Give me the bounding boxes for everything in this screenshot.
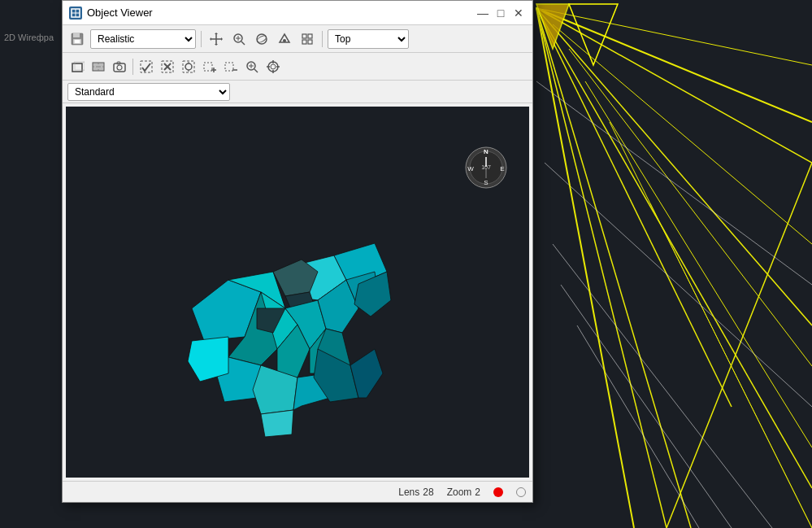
svg-line-2 bbox=[536, 8, 691, 528]
toolbar-separator-1 bbox=[201, 31, 202, 47]
minimize-button[interactable]: — bbox=[475, 6, 490, 20]
standard-row: Standard bbox=[63, 81, 532, 103]
svg-line-12 bbox=[561, 285, 732, 528]
zoom-realtime-button[interactable] bbox=[229, 29, 249, 49]
box-icon bbox=[70, 59, 85, 74]
svg-rect-58 bbox=[204, 63, 212, 71]
zoom-to-fit-button[interactable] bbox=[242, 57, 262, 76]
lens-label: Lens bbox=[398, 487, 419, 498]
svg-line-10 bbox=[545, 163, 812, 407]
svg-rect-36 bbox=[308, 34, 312, 38]
pan-button[interactable] bbox=[206, 29, 226, 49]
svg-text:W: W bbox=[467, 165, 474, 172]
svg-rect-35 bbox=[302, 34, 306, 38]
camera-icon bbox=[112, 59, 127, 74]
zoom-icon bbox=[245, 59, 259, 74]
title-controls: — □ ✕ bbox=[475, 6, 526, 20]
crossout-icon bbox=[181, 59, 196, 74]
svg-point-68 bbox=[271, 64, 276, 69]
svg-line-13 bbox=[577, 325, 699, 528]
status-bar: Lens 28 Zoom 2 bbox=[63, 481, 532, 502]
lens-value: 28 bbox=[423, 487, 433, 498]
pan-icon bbox=[210, 33, 223, 46]
orbit-icon bbox=[255, 33, 268, 46]
svg-text:S: S bbox=[484, 179, 488, 186]
toolbar-separator-2 bbox=[322, 31, 323, 47]
deselect-button[interactable] bbox=[158, 57, 177, 76]
svg-line-9 bbox=[536, 81, 812, 285]
record-active-dot bbox=[493, 487, 503, 497]
title-left: Object Viewer bbox=[69, 7, 153, 20]
look-icon bbox=[278, 33, 291, 46]
svg-rect-61 bbox=[225, 63, 233, 71]
svg-rect-50 bbox=[141, 61, 152, 72]
svg-rect-37 bbox=[302, 40, 306, 44]
svg-line-14 bbox=[536, 8, 634, 528]
save-icon bbox=[71, 33, 84, 46]
svg-marker-0 bbox=[536, 8, 812, 528]
save-button[interactable] bbox=[67, 29, 87, 49]
svg-point-48 bbox=[117, 65, 122, 70]
zoom-status: Zoom 2 bbox=[447, 487, 480, 498]
viewer-icon-svg bbox=[71, 8, 80, 18]
face-icon bbox=[91, 59, 106, 74]
target-icon bbox=[266, 59, 280, 74]
svg-rect-26 bbox=[75, 40, 80, 43]
select-icon bbox=[139, 59, 154, 74]
svg-line-1 bbox=[536, 8, 812, 325]
close-button[interactable]: ✕ bbox=[511, 6, 526, 20]
standard-dropdown[interactable]: Standard bbox=[67, 83, 230, 101]
visual-style-dropdown[interactable]: Realistic Conceptual Wireframe bbox=[90, 29, 196, 49]
face-display-button[interactable] bbox=[89, 57, 108, 76]
svg-line-15 bbox=[536, 8, 812, 488]
small-minus-icon bbox=[224, 59, 238, 74]
svg-line-3 bbox=[536, 8, 732, 407]
record-inactive-dot bbox=[516, 487, 526, 497]
walk-icon bbox=[301, 33, 314, 46]
svg-rect-38 bbox=[308, 40, 312, 44]
svg-line-11 bbox=[553, 244, 772, 528]
object-viewer-dialog: Object Viewer — □ ✕ Realistic Conceptual… bbox=[62, 0, 533, 503]
walk-button[interactable] bbox=[297, 29, 317, 49]
camera-button[interactable] bbox=[110, 57, 129, 76]
svg-marker-91 bbox=[261, 410, 293, 437]
svg-line-6 bbox=[585, 81, 812, 447]
zoom-label: Zoom bbox=[447, 487, 472, 498]
toolbar-row2 bbox=[63, 53, 532, 81]
maximize-button[interactable]: □ bbox=[493, 6, 508, 20]
toolbar-separator-3 bbox=[132, 59, 133, 75]
look-button[interactable] bbox=[275, 29, 294, 49]
svg-text:E: E bbox=[500, 165, 504, 172]
zoom-realtime-icon bbox=[232, 33, 245, 46]
orbit-button[interactable] bbox=[252, 29, 271, 49]
title-bar: Object Viewer — □ ✕ bbox=[63, 1, 532, 25]
svg-point-34 bbox=[283, 39, 286, 42]
dialog-icon bbox=[69, 7, 82, 20]
dialog-title: Object Viewer bbox=[87, 7, 153, 19]
view-direction-dropdown[interactable]: Top Bottom Front Back Left Right bbox=[328, 29, 409, 49]
deselect-icon bbox=[160, 59, 175, 74]
add-to-selection-button[interactable] bbox=[200, 57, 219, 76]
svg-text:N: N bbox=[484, 148, 489, 155]
zoom-value: 2 bbox=[475, 487, 480, 498]
3d-object-svg: N S E W 107 bbox=[66, 107, 529, 478]
svg-point-55 bbox=[185, 63, 192, 70]
svg-line-64 bbox=[254, 69, 258, 72]
cross-select-button[interactable] bbox=[179, 57, 198, 76]
svg-marker-19 bbox=[569, 4, 618, 65]
select-objects-button[interactable] bbox=[137, 57, 156, 76]
target-button[interactable] bbox=[263, 57, 283, 76]
lens-status: Lens 28 bbox=[398, 487, 433, 498]
toolbar-row1: Realistic Conceptual Wireframe bbox=[63, 25, 532, 53]
small-plus-icon bbox=[202, 59, 217, 74]
svg-line-28 bbox=[241, 41, 245, 45]
remove-from-selection-button[interactable] bbox=[221, 57, 241, 76]
svg-rect-24 bbox=[73, 33, 80, 37]
viewport[interactable]: N S E W 107 bbox=[66, 107, 529, 478]
svg-line-8 bbox=[650, 203, 812, 528]
svg-line-5 bbox=[569, 49, 812, 366]
box-display-button[interactable] bbox=[67, 57, 87, 76]
